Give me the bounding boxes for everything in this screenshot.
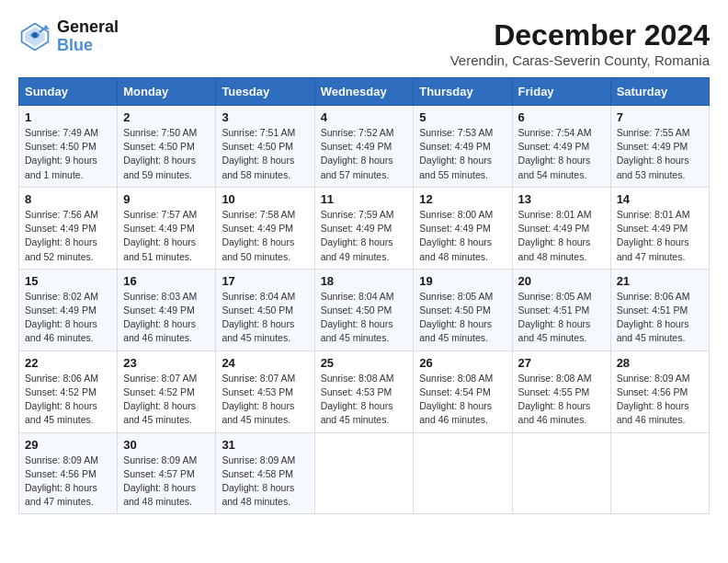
day-detail: Sunrise: 7:49 AM Sunset: 4:50 PM Dayligh… [25, 126, 111, 182]
calendar-cell: 3 Sunrise: 7:51 AM Sunset: 4:50 PM Dayli… [216, 106, 314, 188]
day-number: 24 [222, 356, 308, 370]
calendar-cell: 14 Sunrise: 8:01 AM Sunset: 4:49 PM Dayl… [610, 187, 709, 269]
calendar-cell: 6 Sunrise: 7:54 AM Sunset: 4:49 PM Dayli… [512, 106, 610, 188]
day-number: 28 [617, 356, 703, 370]
day-number: 5 [419, 110, 506, 124]
calendar-cell: 15 Sunrise: 8:02 AM Sunset: 4:49 PM Dayl… [19, 269, 118, 350]
calendar-cell: 5 Sunrise: 7:53 AM Sunset: 4:49 PM Dayli… [414, 106, 512, 188]
day-number: 18 [321, 274, 408, 288]
calendar-week-1: 8 Sunrise: 7:56 AM Sunset: 4:49 PM Dayli… [19, 187, 710, 269]
day-number: 29 [25, 438, 111, 452]
day-number: 30 [123, 438, 210, 452]
day-number: 31 [222, 438, 308, 452]
calendar-cell: 22 Sunrise: 8:06 AM Sunset: 4:52 PM Dayl… [19, 350, 118, 432]
calendar-cell [512, 432, 610, 514]
day-number: 20 [518, 274, 605, 288]
calendar-cell: 24 Sunrise: 8:07 AM Sunset: 4:53 PM Dayl… [216, 350, 314, 432]
calendar-cell: 18 Sunrise: 8:04 AM Sunset: 4:50 PM Dayl… [314, 269, 414, 350]
logo: General Blue [18, 18, 119, 55]
calendar-week-4: 29 Sunrise: 8:09 AM Sunset: 4:56 PM Dayl… [19, 432, 710, 514]
day-detail: Sunrise: 7:52 AM Sunset: 4:49 PM Dayligh… [321, 126, 408, 182]
calendar-table: SundayMondayTuesdayWednesdayThursdayFrid… [18, 77, 710, 514]
day-detail: Sunrise: 7:56 AM Sunset: 4:49 PM Dayligh… [25, 208, 111, 264]
day-detail: Sunrise: 8:03 AM Sunset: 4:49 PM Dayligh… [123, 290, 210, 346]
day-detail: Sunrise: 8:08 AM Sunset: 4:55 PM Dayligh… [518, 372, 605, 428]
header-thursday: Thursday [414, 78, 512, 106]
calendar-cell [610, 432, 709, 514]
calendar-cell: 21 Sunrise: 8:06 AM Sunset: 4:51 PM Dayl… [610, 269, 709, 350]
day-number: 9 [123, 192, 210, 206]
day-detail: Sunrise: 7:58 AM Sunset: 4:49 PM Dayligh… [222, 208, 308, 264]
day-number: 11 [321, 192, 408, 206]
day-detail: Sunrise: 7:57 AM Sunset: 4:49 PM Dayligh… [123, 208, 210, 264]
day-number: 15 [25, 274, 111, 288]
day-number: 17 [222, 274, 308, 288]
day-number: 26 [419, 356, 506, 370]
day-detail: Sunrise: 7:59 AM Sunset: 4:49 PM Dayligh… [321, 208, 408, 264]
day-detail: Sunrise: 8:08 AM Sunset: 4:53 PM Dayligh… [321, 372, 408, 428]
calendar-cell: 19 Sunrise: 8:05 AM Sunset: 4:50 PM Dayl… [414, 269, 512, 350]
day-number: 19 [419, 274, 506, 288]
calendar-cell: 29 Sunrise: 8:09 AM Sunset: 4:56 PM Dayl… [19, 432, 118, 514]
day-number: 10 [222, 192, 308, 206]
calendar-cell [314, 432, 414, 514]
svg-point-3 [32, 32, 37, 37]
day-number: 12 [419, 192, 506, 206]
calendar-cell: 27 Sunrise: 8:08 AM Sunset: 4:55 PM Dayl… [512, 350, 610, 432]
day-detail: Sunrise: 8:00 AM Sunset: 4:49 PM Dayligh… [419, 208, 506, 264]
day-detail: Sunrise: 8:05 AM Sunset: 4:51 PM Dayligh… [518, 290, 605, 346]
day-number: 8 [25, 192, 111, 206]
day-number: 13 [518, 192, 605, 206]
day-number: 27 [518, 356, 605, 370]
day-number: 21 [617, 274, 703, 288]
header-friday: Friday [512, 78, 610, 106]
calendar-cell: 2 Sunrise: 7:50 AM Sunset: 4:50 PM Dayli… [118, 106, 216, 188]
day-number: 6 [518, 110, 605, 124]
day-number: 16 [123, 274, 210, 288]
calendar-cell: 12 Sunrise: 8:00 AM Sunset: 4:49 PM Dayl… [414, 187, 512, 269]
calendar-cell: 23 Sunrise: 8:07 AM Sunset: 4:52 PM Dayl… [118, 350, 216, 432]
calendar-cell [414, 432, 512, 514]
calendar-header: SundayMondayTuesdayWednesdayThursdayFrid… [19, 78, 710, 106]
day-number: 1 [25, 110, 111, 124]
header-wednesday: Wednesday [314, 78, 414, 106]
day-detail: Sunrise: 8:04 AM Sunset: 4:50 PM Dayligh… [222, 290, 308, 346]
calendar-cell: 13 Sunrise: 8:01 AM Sunset: 4:49 PM Dayl… [512, 187, 610, 269]
calendar-cell: 20 Sunrise: 8:05 AM Sunset: 4:51 PM Dayl… [512, 269, 610, 350]
day-detail: Sunrise: 7:54 AM Sunset: 4:49 PM Dayligh… [518, 126, 605, 182]
day-detail: Sunrise: 8:07 AM Sunset: 4:53 PM Dayligh… [222, 372, 308, 428]
calendar-week-3: 22 Sunrise: 8:06 AM Sunset: 4:52 PM Dayl… [19, 350, 710, 432]
calendar-cell: 17 Sunrise: 8:04 AM Sunset: 4:50 PM Dayl… [216, 269, 314, 350]
day-detail: Sunrise: 8:07 AM Sunset: 4:52 PM Dayligh… [123, 372, 210, 428]
header-monday: Monday [118, 78, 216, 106]
day-detail: Sunrise: 8:01 AM Sunset: 4:49 PM Dayligh… [617, 208, 703, 264]
page-title: December 2024 [450, 18, 710, 52]
day-detail: Sunrise: 8:04 AM Sunset: 4:50 PM Dayligh… [321, 290, 408, 346]
day-number: 2 [123, 110, 210, 124]
calendar-cell: 31 Sunrise: 8:09 AM Sunset: 4:58 PM Dayl… [216, 432, 314, 514]
calendar-cell: 8 Sunrise: 7:56 AM Sunset: 4:49 PM Dayli… [19, 187, 118, 269]
day-detail: Sunrise: 7:55 AM Sunset: 4:49 PM Dayligh… [617, 126, 703, 182]
calendar-cell: 16 Sunrise: 8:03 AM Sunset: 4:49 PM Dayl… [118, 269, 216, 350]
day-detail: Sunrise: 7:51 AM Sunset: 4:50 PM Dayligh… [222, 126, 308, 182]
page-subtitle: Verendin, Caras-Severin County, Romania [450, 52, 710, 68]
day-number: 23 [123, 356, 210, 370]
day-detail: Sunrise: 8:02 AM Sunset: 4:49 PM Dayligh… [25, 290, 111, 346]
calendar-cell: 9 Sunrise: 7:57 AM Sunset: 4:49 PM Dayli… [118, 187, 216, 269]
calendar-cell: 25 Sunrise: 8:08 AM Sunset: 4:53 PM Dayl… [314, 350, 414, 432]
header-saturday: Saturday [610, 78, 709, 106]
calendar-cell: 4 Sunrise: 7:52 AM Sunset: 4:49 PM Dayli… [314, 106, 414, 188]
calendar-cell: 11 Sunrise: 7:59 AM Sunset: 4:49 PM Dayl… [314, 187, 414, 269]
day-detail: Sunrise: 7:50 AM Sunset: 4:50 PM Dayligh… [123, 126, 210, 182]
day-number: 25 [321, 356, 408, 370]
day-number: 4 [321, 110, 408, 124]
calendar-week-0: 1 Sunrise: 7:49 AM Sunset: 4:50 PM Dayli… [19, 106, 710, 188]
page-header: General Blue December 2024 Verendin, Car… [18, 18, 710, 68]
calendar-cell: 7 Sunrise: 7:55 AM Sunset: 4:49 PM Dayli… [610, 106, 709, 188]
day-number: 3 [222, 110, 308, 124]
day-detail: Sunrise: 7:53 AM Sunset: 4:49 PM Dayligh… [419, 126, 506, 182]
day-detail: Sunrise: 8:08 AM Sunset: 4:54 PM Dayligh… [419, 372, 506, 428]
calendar-cell: 30 Sunrise: 8:09 AM Sunset: 4:57 PM Dayl… [118, 432, 216, 514]
day-detail: Sunrise: 8:06 AM Sunset: 4:51 PM Dayligh… [617, 290, 703, 346]
title-area: December 2024 Verendin, Caras-Severin Co… [450, 18, 710, 68]
